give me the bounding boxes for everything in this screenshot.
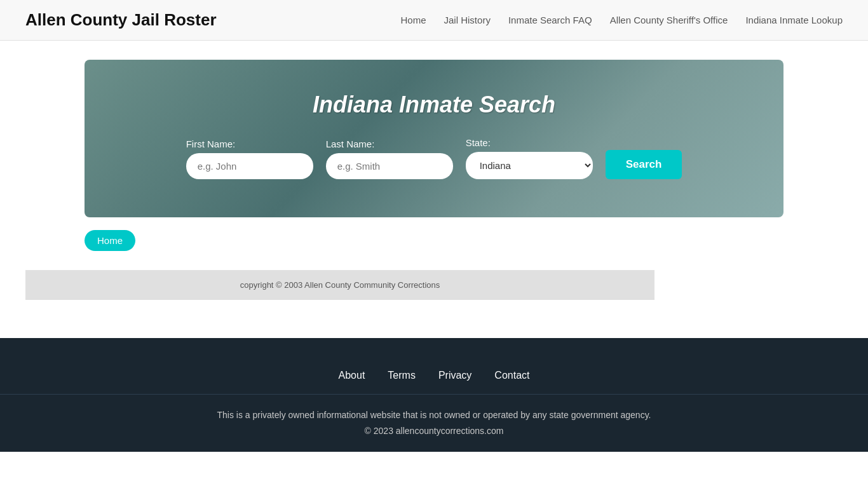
- main-nav: Home Jail History Inmate Search FAQ Alle…: [401, 15, 843, 25]
- nav-jail-history[interactable]: Jail History: [444, 15, 491, 25]
- footer-link-about[interactable]: About: [339, 370, 365, 381]
- search-button[interactable]: Search: [606, 150, 682, 179]
- footer-link-privacy[interactable]: Privacy: [438, 370, 471, 381]
- copyright-text: copyright © 2003 Allen County Community …: [240, 280, 440, 290]
- first-name-input[interactable]: [186, 153, 313, 179]
- site-header: Allen County Jail Roster Home Jail Histo…: [0, 0, 868, 41]
- state-select[interactable]: Indiana Alabama Alaska Arizona Arkansas …: [466, 152, 593, 179]
- nav-sheriffs-office[interactable]: Allen County Sheriff's Office: [610, 15, 728, 25]
- state-group: State: Indiana Alabama Alaska Arizona Ar…: [466, 137, 593, 179]
- footer-disclaimer-line2: © 2023 allencountycorrections.com: [25, 423, 843, 439]
- main-content: Indiana Inmate Search First Name: Last N…: [0, 41, 868, 338]
- footer-links: About Terms Privacy Contact: [0, 357, 868, 394]
- breadcrumb-home-button[interactable]: Home: [85, 230, 135, 251]
- footer-disclaimer: This is a privately owned informational …: [0, 395, 868, 452]
- nav-inmate-lookup[interactable]: Indiana Inmate Lookup: [745, 15, 843, 25]
- search-form: First Name: Last Name: State: Indiana Al…: [110, 137, 758, 179]
- breadcrumb-area: Home: [85, 217, 783, 264]
- footer-disclaimer-line1: This is a privately owned informational …: [25, 407, 843, 423]
- first-name-label: First Name:: [186, 139, 236, 149]
- copyright-bar: copyright © 2003 Allen County Community …: [25, 270, 654, 300]
- last-name-input[interactable]: [326, 153, 453, 179]
- search-banner-title: Indiana Inmate Search: [110, 92, 758, 118]
- search-banner: Indiana Inmate Search First Name: Last N…: [85, 60, 783, 217]
- last-name-group: Last Name:: [326, 139, 453, 179]
- nav-home[interactable]: Home: [401, 15, 426, 25]
- state-label: State:: [466, 137, 491, 148]
- site-title: Allen County Jail Roster: [25, 10, 217, 30]
- footer-link-terms[interactable]: Terms: [388, 370, 416, 381]
- last-name-label: Last Name:: [326, 139, 375, 149]
- footer: About Terms Privacy Contact This is a pr…: [0, 338, 868, 452]
- footer-link-contact[interactable]: Contact: [494, 370, 529, 381]
- first-name-group: First Name:: [186, 139, 313, 179]
- nav-inmate-faq[interactable]: Inmate Search FAQ: [508, 15, 592, 25]
